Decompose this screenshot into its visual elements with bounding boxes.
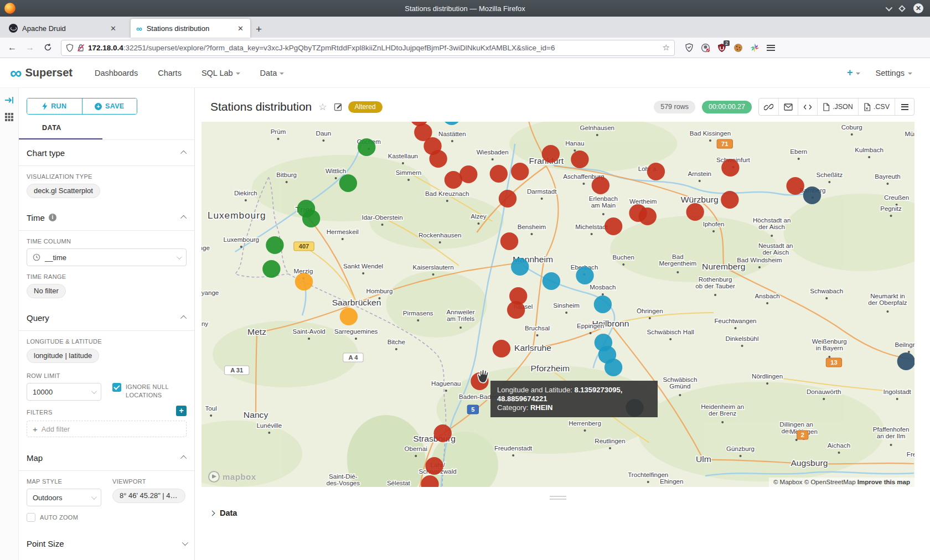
tab-apache-druid[interactable]: Apache Druid ✕ [3,19,123,38]
checkbox-checked-icon[interactable] [112,383,121,392]
scatter-point[interactable] [686,203,704,221]
settings-menu[interactable]: Settings [876,69,912,77]
privacy-extension-icon[interactable] [701,43,710,53]
pinwheel-extension-icon[interactable] [750,43,760,53]
map-style-select[interactable]: Outdoors [27,489,101,506]
cookie-icon[interactable] [733,43,743,53]
tab-data[interactable]: DATA [42,124,61,138]
scatter-point[interactable] [358,138,375,156]
forward-icon[interactable]: → [22,43,38,53]
embed-code-button[interactable] [798,98,817,115]
scatter-point[interactable] [511,163,529,180]
superset-brand[interactable]: Superset [25,66,73,79]
altered-badge[interactable]: Altered [348,101,383,113]
bookmark-star-icon[interactable]: ☆ [663,43,670,53]
section-point-size[interactable]: Point Size [27,531,187,556]
mapbox-logo[interactable]: mapbox [208,471,256,483]
scatter-point[interactable] [571,151,588,168]
nav-dashboards[interactable]: Dashboards [95,69,138,77]
scatter-point[interactable] [594,295,612,313]
firefox-menu-icon[interactable] [767,43,775,52]
scatter-point[interactable] [803,186,821,204]
lonlat-chip[interactable]: longitude | latitude [27,349,99,363]
tab-close-icon[interactable]: ✕ [109,24,117,33]
add-filter-input[interactable]: + Add filter [27,421,187,437]
shield-icon[interactable] [66,44,74,52]
scatter-point[interactable] [897,352,914,370]
scatter-point[interactable] [459,165,477,183]
superset-logo-icon[interactable]: ∞ [10,65,20,81]
section-map[interactable]: Map [27,445,187,470]
scatter-point[interactable] [490,165,508,183]
nav-data[interactable]: Data [260,69,285,77]
scatter-point[interactable] [542,272,560,290]
scatter-point[interactable] [262,260,280,278]
scatter-point[interactable] [429,150,447,168]
insecure-lock-icon[interactable] [77,44,85,52]
scatter-point[interactable] [639,208,657,225]
add-new-button[interactable]: + [847,67,860,79]
back-icon[interactable]: ← [4,43,20,53]
edit-properties-icon[interactable] [334,102,343,111]
download-csv-button[interactable]: .CSV [858,98,895,115]
scatter-point[interactable] [721,159,739,177]
scatter-point[interactable] [542,145,560,163]
window-minimize-icon[interactable] [886,4,893,11]
visualization-type-chip[interactable]: deck.gl Scatterplot [27,184,100,198]
share-link-button[interactable] [759,98,778,115]
tab-stations-distribution[interactable]: ∞ Stations distribution ✕ [131,19,250,38]
tab-close-icon[interactable]: ✕ [236,24,245,33]
checkbox-unchecked-icon[interactable] [27,513,35,522]
scatter-point[interactable] [592,177,609,194]
scatter-point[interactable] [493,340,510,357]
scatter-point[interactable] [434,424,452,442]
nav-charts[interactable]: Charts [158,69,182,77]
scatter-point[interactable] [425,457,443,475]
scatter-point[interactable] [500,232,518,250]
scatter-point[interactable] [511,258,529,276]
data-panel-toggle[interactable]: Data [202,509,914,517]
auto-zoom-checkbox-row[interactable]: AUTO ZOOM [27,513,187,522]
chart-menu-button[interactable] [895,98,914,115]
run-button[interactable]: RUN [27,98,82,114]
map-attribution[interactable]: © Mapbox © OpenStreetMap Improve this ma… [769,478,914,487]
favorite-star-icon[interactable]: ☆ [318,101,327,113]
scatter-point[interactable] [576,267,593,284]
save-button[interactable]: + SAVE [82,98,137,114]
time-column-select[interactable]: __time [27,248,187,266]
scatter-point[interactable] [786,177,804,195]
dataset-grid-icon[interactable] [4,112,14,122]
row-limit-select[interactable]: 10000 [27,383,101,401]
collapse-panel-icon[interactable] [4,96,14,105]
section-chart-type[interactable]: Chart type [27,140,187,165]
download-json-button[interactable]: .JSON [817,98,858,115]
scatter-point[interactable] [302,210,320,227]
scatter-point[interactable] [295,273,313,291]
new-tab-button[interactable]: + [250,23,267,38]
ublock-icon[interactable]: 2 [717,43,726,53]
window-close-icon[interactable]: ✕ [913,3,923,13]
resize-handle[interactable] [550,496,566,500]
add-filter-plus-button[interactable]: + [176,406,187,416]
nav-sql-lab[interactable]: SQL Lab [202,69,240,77]
scatter-point[interactable] [339,174,357,192]
viewport-chip[interactable]: 8° 46' 45.28" | 49... [112,489,185,503]
scatter-point[interactable] [604,217,622,235]
scatter-point[interactable] [340,308,358,325]
section-query[interactable]: Query [27,305,187,330]
url-bar[interactable]: 172.18.0.4:32251/superset/explore/?form_… [61,40,675,56]
pocket-icon[interactable] [685,43,694,52]
scatter-point[interactable] [604,359,622,376]
scatter-point[interactable] [507,301,525,319]
scatter-point[interactable] [266,236,283,254]
time-range-chip[interactable]: No filter [27,284,66,298]
scatter-point[interactable] [721,191,738,209]
deckgl-map[interactable]: PrümDaunCochemNastättenGelnhausenHanauBa… [202,122,914,487]
window-maximize-icon[interactable] [898,5,906,12]
scatter-point[interactable] [499,190,516,208]
reload-icon[interactable] [40,43,55,53]
section-time[interactable]: Timei [27,205,187,230]
email-button[interactable] [778,98,798,115]
ignore-null-checkbox-row[interactable]: IGNORE NULLLOCATIONS [112,383,187,400]
scatter-point[interactable] [647,163,665,180]
